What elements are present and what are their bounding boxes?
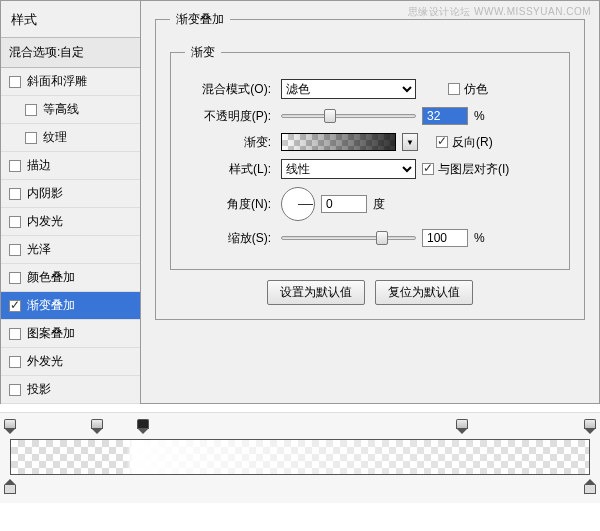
reverse-label: 反向(R) <box>452 134 493 151</box>
opacity-stop[interactable] <box>584 419 596 435</box>
effect-label: 外发光 <box>27 353 63 370</box>
checkbox-icon <box>422 163 434 175</box>
checkbox-icon[interactable] <box>25 104 37 116</box>
effect-item-2[interactable]: 纹理 <box>1 124 140 152</box>
color-stops-rail[interactable] <box>10 475 590 493</box>
checkbox-icon[interactable] <box>9 188 21 200</box>
effect-item-7[interactable]: 颜色叠加 <box>1 264 140 292</box>
gradient-dropdown-button[interactable]: ▼ <box>402 133 418 151</box>
checkbox-icon[interactable] <box>9 244 21 256</box>
slider-thumb-icon[interactable] <box>324 109 336 123</box>
group-legend: 渐变叠加 <box>170 11 230 28</box>
effect-label: 投影 <box>27 381 51 398</box>
effect-item-9[interactable]: 图案叠加 <box>1 320 140 348</box>
blend-mode-label: 混合模式(O): <box>185 81 275 98</box>
effect-item-0[interactable]: 斜面和浮雕 <box>1 68 140 96</box>
effect-label: 渐变叠加 <box>27 297 75 314</box>
opacity-unit: % <box>474 109 485 123</box>
checkbox-icon[interactable] <box>9 356 21 368</box>
opacity-stop[interactable] <box>91 419 103 435</box>
align-checkbox[interactable]: 与图层对齐(I) <box>422 161 509 178</box>
styles-sidebar: 样式 混合选项:自定 斜面和浮雕等高线纹理描边内阴影内发光光泽颜色叠加渐变叠加图… <box>1 1 141 403</box>
gradient-inner-group: 渐变 混合模式(O): 滤色 仿色 不透明度(P): <box>170 44 570 270</box>
effect-label: 图案叠加 <box>27 325 75 342</box>
opacity-stop[interactable] <box>456 419 468 435</box>
sidebar-title: 样式 <box>1 7 140 38</box>
checkbox-icon[interactable] <box>25 132 37 144</box>
effect-label: 内发光 <box>27 213 63 230</box>
scale-label: 缩放(S): <box>185 230 275 247</box>
angle-input[interactable] <box>321 195 367 213</box>
effect-label: 颜色叠加 <box>27 269 75 286</box>
opacity-stop[interactable] <box>137 419 149 435</box>
effect-item-5[interactable]: 内发光 <box>1 208 140 236</box>
watermark-text: 思缘设计论坛 WWW.MISSYUAN.COM <box>408 5 591 19</box>
opacity-stops-rail[interactable] <box>10 419 590 439</box>
reverse-checkbox[interactable]: 反向(R) <box>436 134 493 151</box>
effect-item-4[interactable]: 内阴影 <box>1 180 140 208</box>
layer-style-dialog: 思缘设计论坛 WWW.MISSYUAN.COM 样式 混合选项:自定 斜面和浮雕… <box>0 0 600 404</box>
effect-label: 斜面和浮雕 <box>27 73 87 90</box>
dither-label: 仿色 <box>464 81 488 98</box>
opacity-label: 不透明度(P): <box>185 108 275 125</box>
scale-unit: % <box>474 231 485 245</box>
style-select[interactable]: 线性 <box>281 159 416 179</box>
dither-checkbox[interactable]: 仿色 <box>448 81 488 98</box>
effect-item-8[interactable]: 渐变叠加 <box>1 292 140 320</box>
effect-item-10[interactable]: 外发光 <box>1 348 140 376</box>
effect-label: 等高线 <box>43 101 79 118</box>
gradient-overlay-group: 渐变叠加 渐变 混合模式(O): 滤色 仿色 不透明度(P): <box>155 11 585 320</box>
color-stop[interactable] <box>4 479 16 493</box>
angle-label: 角度(N): <box>185 196 275 213</box>
gradient-overlay-panel: 渐变叠加 渐变 混合模式(O): 滤色 仿色 不透明度(P): <box>141 1 599 403</box>
blend-options-row[interactable]: 混合选项:自定 <box>1 38 140 68</box>
angle-dial[interactable] <box>281 187 315 221</box>
effect-label: 纹理 <box>43 129 67 146</box>
gradient-preview[interactable] <box>281 133 396 151</box>
checkbox-icon <box>436 136 448 148</box>
angle-unit: 度 <box>373 196 385 213</box>
blend-mode-select[interactable]: 滤色 <box>281 79 416 99</box>
checkbox-icon[interactable] <box>9 160 21 172</box>
checkbox-icon <box>448 83 460 95</box>
effect-label: 内阴影 <box>27 185 63 202</box>
effect-item-11[interactable]: 投影 <box>1 376 140 404</box>
checkbox-icon[interactable] <box>9 300 21 312</box>
effect-item-1[interactable]: 等高线 <box>1 96 140 124</box>
checkbox-icon[interactable] <box>9 328 21 340</box>
scale-input[interactable] <box>422 229 468 247</box>
checkbox-icon[interactable] <box>9 272 21 284</box>
checkbox-icon[interactable] <box>9 76 21 88</box>
checkbox-icon[interactable] <box>9 216 21 228</box>
effect-label: 描边 <box>27 157 51 174</box>
opacity-input[interactable] <box>422 107 468 125</box>
gradient-bar[interactable] <box>10 439 590 475</box>
scale-slider[interactable] <box>281 230 416 246</box>
effect-label: 光泽 <box>27 241 51 258</box>
set-default-button[interactable]: 设置为默认值 <box>267 280 365 305</box>
inner-legend: 渐变 <box>185 44 221 61</box>
gradient-editor <box>0 412 600 503</box>
slider-thumb-icon[interactable] <box>376 231 388 245</box>
align-label: 与图层对齐(I) <box>438 161 509 178</box>
color-stop[interactable] <box>584 479 596 493</box>
effect-item-6[interactable]: 光泽 <box>1 236 140 264</box>
reset-default-button[interactable]: 复位为默认值 <box>375 280 473 305</box>
opacity-stop[interactable] <box>4 419 16 435</box>
gradient-label: 渐变: <box>185 134 275 151</box>
checkbox-icon[interactable] <box>9 384 21 396</box>
opacity-slider[interactable] <box>281 108 416 124</box>
style-label: 样式(L): <box>185 161 275 178</box>
effect-item-3[interactable]: 描边 <box>1 152 140 180</box>
